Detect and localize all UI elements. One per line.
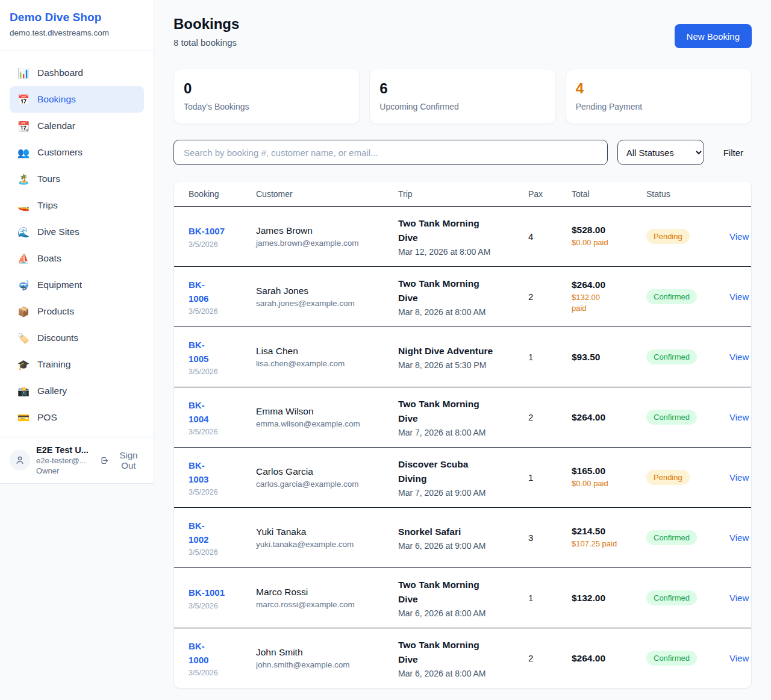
booking-cell: BK- 1004 3/5/2026	[189, 398, 256, 437]
sidebar-item-customers[interactable]: 👥 Customers	[10, 139, 144, 166]
bookings-table: Booking Customer Trip Pax Total Status B…	[173, 181, 752, 689]
sign-out-button[interactable]: Sign Out	[100, 450, 144, 470]
customer-name: Carlos Garcia	[256, 466, 398, 477]
package-icon: 📦	[17, 306, 30, 317]
booking-id-link[interactable]: BK-1001	[189, 586, 256, 599]
customer-email: lisa.chen@example.com	[256, 359, 398, 368]
sidebar-item-label: Products	[37, 306, 74, 317]
trip-name: Two Tank Morning Dive	[398, 216, 528, 245]
customer-cell: Sarah Jones sarah.jones@example.com	[256, 286, 398, 308]
booking-id-link[interactable]: BK- 1005	[189, 338, 256, 366]
booking-id-link[interactable]: BK-1007	[189, 224, 256, 238]
customer-name: John Smith	[256, 647, 398, 658]
view-link[interactable]: View	[718, 292, 749, 302]
status-badge: Confirmed	[646, 410, 697, 425]
sidebar-item-trips[interactable]: 🚤 Trips	[10, 192, 144, 219]
booking-id-link[interactable]: BK- 1006	[189, 278, 256, 306]
search-input[interactable]	[173, 140, 608, 165]
booking-cell: BK- 1002 3/5/2026	[189, 519, 256, 557]
pax-cell: 2	[528, 412, 572, 422]
table-row: BK-1001 3/5/2026 Marco Rossi marco.rossi…	[174, 567, 751, 628]
sidebar-item-equipment[interactable]: 🤿 Equipment	[10, 272, 144, 298]
table-body: BK-1007 3/5/2026 James Brown james.brown…	[174, 206, 751, 688]
total-amount: $264.00	[572, 280, 646, 290]
booking-date: 3/5/2026	[189, 240, 256, 249]
pax-cell: 1	[528, 593, 572, 603]
status-badge: Confirmed	[646, 590, 697, 605]
view-link[interactable]: View	[718, 352, 749, 362]
user-email: e2e-tester@...	[36, 456, 94, 465]
sidebar-nav: 📊 Dashboard 📅 Bookings 📆 Calendar 👥 Cust…	[0, 51, 154, 437]
stat-card-pending-payment: 4 Pending Payment	[566, 69, 752, 124]
customer-name: James Brown	[256, 225, 398, 236]
trip-datetime: Mar 7, 2026 at 8:00 AM	[398, 428, 528, 437]
booking-id-link[interactable]: BK- 1004	[189, 398, 256, 427]
view-link[interactable]: View	[718, 533, 749, 543]
user-section: E2E Test U... e2e-tester@... Owner Sign …	[0, 437, 154, 483]
stat-card-upcoming-confirmed: 6 Upcoming Confirmed	[369, 69, 555, 124]
sidebar-item-dive-sites[interactable]: 🌊 Dive Sites	[10, 219, 144, 245]
sidebar-item-dashboard[interactable]: 📊 Dashboard	[10, 60, 144, 86]
total-amount: $214.50	[572, 526, 646, 537]
calendar-icon: 📆	[17, 120, 30, 132]
customer-name: Lisa Chen	[256, 346, 398, 357]
view-link[interactable]: View	[718, 653, 749, 663]
stat-label: Today's Bookings	[184, 102, 349, 111]
page-title: Bookings	[173, 16, 239, 33]
dashboard-icon: 📊	[17, 67, 30, 79]
booking-date: 3/5/2026	[189, 428, 256, 436]
total-cell: $264.00	[572, 653, 646, 664]
trip-datetime: Mar 7, 2026 at 9:00 AM	[398, 488, 528, 498]
pax-cell: 2	[528, 292, 572, 302]
tag-icon: 🏷️	[17, 333, 30, 344]
view-link[interactable]: View	[718, 412, 749, 422]
sidebar-item-label: Trips	[37, 200, 58, 211]
sidebar-item-discounts[interactable]: 🏷️ Discounts	[10, 325, 144, 351]
status-cell: Pending	[646, 470, 718, 485]
new-booking-button[interactable]: New Booking	[675, 24, 752, 48]
column-header-booking: Booking	[189, 189, 256, 199]
filter-button[interactable]: Filter	[723, 148, 743, 158]
sidebar-item-bookings[interactable]: 📅 Bookings	[10, 86, 144, 113]
total-cell: $165.00 $0.00 paid	[572, 466, 646, 489]
diving-mask-icon: 🤿	[17, 280, 30, 291]
booking-cell: BK- 1006 3/5/2026	[189, 278, 256, 316]
customer-cell: Marco Rossi marco.rossi@example.com	[256, 587, 398, 609]
sidebar-item-label: Equipment	[37, 280, 82, 290]
total-amount: $165.00	[572, 466, 646, 477]
paid-amount: $0.00 paid	[572, 478, 646, 489]
booking-date: 3/5/2026	[189, 488, 256, 496]
booking-date: 3/5/2026	[189, 307, 256, 316]
booking-id-link[interactable]: BK- 1002	[189, 519, 256, 547]
view-link[interactable]: View	[718, 472, 749, 483]
trip-name: Two Tank Morning Dive	[398, 397, 528, 425]
sidebar-item-training[interactable]: 🎓 Training	[10, 351, 144, 378]
stat-value: 0	[184, 80, 349, 97]
sidebar-item-products[interactable]: 📦 Products	[10, 298, 144, 325]
view-link[interactable]: View	[718, 231, 749, 242]
sailboat-icon: ⛵	[17, 253, 30, 264]
customers-icon: 👥	[17, 147, 30, 158]
booking-id-link[interactable]: BK- 1000	[189, 639, 256, 667]
trip-cell: Two Tank Morning Dive Mar 12, 2026 at 8:…	[398, 216, 528, 257]
sidebar-item-label: Tours	[37, 173, 60, 184]
status-filter-select[interactable]: All Statuses	[617, 140, 704, 165]
user-meta: E2E Test U... e2e-tester@... Owner	[36, 445, 94, 475]
table-row: BK- 1000 3/5/2026 John Smith john.smith@…	[174, 628, 751, 688]
trip-cell: Two Tank Morning Dive Mar 8, 2026 at 8:0…	[398, 277, 528, 317]
sidebar-item-pos[interactable]: 💳 POS	[10, 404, 144, 431]
status-cell: Confirmed	[646, 410, 718, 425]
booking-id-link[interactable]: BK- 1003	[189, 458, 256, 487]
trip-datetime: Mar 8, 2026 at 8:00 AM	[398, 307, 528, 317]
avatar	[10, 450, 30, 470]
sidebar-item-calendar[interactable]: 📆 Calendar	[10, 113, 144, 139]
stat-label: Upcoming Confirmed	[379, 102, 545, 111]
sidebar-item-boats[interactable]: ⛵ Boats	[10, 245, 144, 272]
sidebar-item-gallery[interactable]: 📸 Gallery	[10, 378, 144, 404]
main-content: Bookings 8 total bookings New Booking 0 …	[154, 0, 771, 700]
sidebar-item-tours[interactable]: 🏝️ Tours	[10, 166, 144, 192]
trip-name: Two Tank Morning Dive	[398, 277, 528, 305]
paid-amount: $0.00 paid	[572, 237, 646, 248]
view-link[interactable]: View	[718, 593, 749, 603]
total-amount: $264.00	[572, 412, 646, 423]
